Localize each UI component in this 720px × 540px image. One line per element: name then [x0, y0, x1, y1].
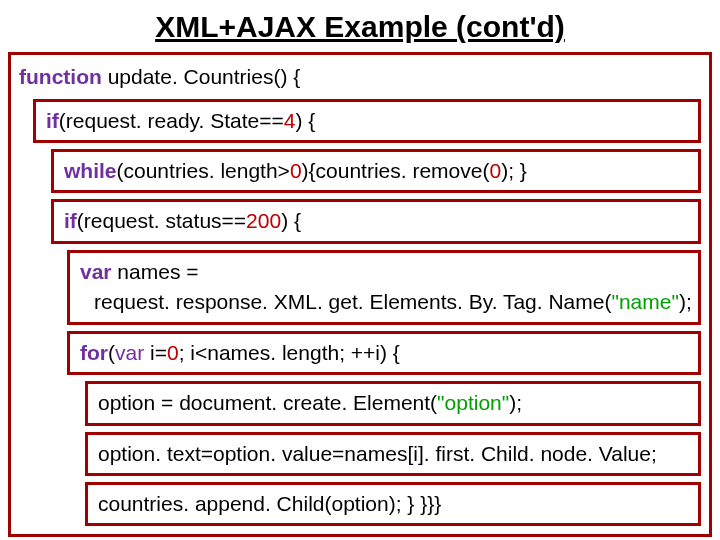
- literal-number: 4: [284, 109, 296, 132]
- code-text: ){countries. remove(: [302, 159, 490, 182]
- code-line-5: var names = request. response. XML. get.…: [67, 250, 701, 325]
- code-text: option. text=option. value=names[i]. fir…: [98, 442, 657, 465]
- code-text: ); }: [501, 159, 527, 182]
- code-line-7: option = document. create. Element("opti…: [85, 381, 701, 425]
- code-text: countries. append. Child(option); } }}}: [98, 492, 441, 515]
- code-line-2: if(request. ready. State==4) {: [33, 99, 701, 143]
- keyword-var: var: [80, 260, 112, 283]
- literal-number: 200: [246, 209, 281, 232]
- keyword-while: while: [64, 159, 117, 182]
- code-text: );: [509, 391, 522, 414]
- code-line-6: for(var i=0; i<names. length; ++i) {: [67, 331, 701, 375]
- slide-title: XML+AJAX Example (cont'd): [0, 0, 720, 52]
- literal-string: "name": [611, 290, 678, 313]
- literal-string: "option": [437, 391, 509, 414]
- code-line-1: function update. Countries() {: [19, 61, 701, 93]
- literal-number: 0: [167, 341, 179, 364]
- code-text: request. response. XML. get. Elements. B…: [94, 290, 611, 313]
- code-text: ; i<names. length; ++i) {: [179, 341, 400, 364]
- keyword-var: var: [115, 341, 144, 364]
- code-text: ) {: [295, 109, 315, 132]
- code-line-4: if(request. status==200) {: [51, 199, 701, 243]
- literal-number: 0: [489, 159, 501, 182]
- code-text: update. Countries() {: [102, 65, 300, 88]
- code-text: names =: [112, 260, 199, 283]
- code-text: (countries. length>: [117, 159, 290, 182]
- code-text: (request. status==: [77, 209, 246, 232]
- code-line-9: countries. append. Child(option); } }}}: [85, 482, 701, 526]
- keyword-if: if: [46, 109, 59, 132]
- code-text: ) {: [281, 209, 301, 232]
- code-text: (request. ready. State==: [59, 109, 284, 132]
- code-line-3: while(countries. length>0){countries. re…: [51, 149, 701, 193]
- code-text: );: [679, 290, 692, 313]
- keyword-function: function: [19, 65, 102, 88]
- code-outer-box: function update. Countries() { if(reques…: [8, 52, 712, 537]
- code-text: (: [108, 341, 115, 364]
- code-text: i=: [144, 341, 167, 364]
- code-line-8: option. text=option. value=names[i]. fir…: [85, 432, 701, 476]
- literal-number: 0: [290, 159, 302, 182]
- code-text: option = document. create. Element(: [98, 391, 437, 414]
- keyword-if: if: [64, 209, 77, 232]
- keyword-for: for: [80, 341, 108, 364]
